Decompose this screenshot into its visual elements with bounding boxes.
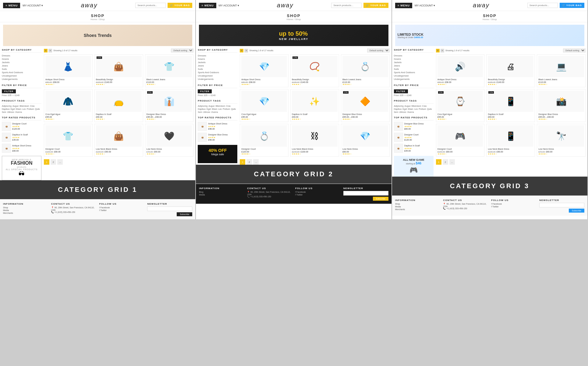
tag[interactable]: Eget <box>207 108 211 110</box>
footer-social-link[interactable]: f Twitter <box>295 194 340 196</box>
sidebar-category[interactable]: Suits <box>198 67 237 71</box>
tag[interactable]: Ultrices <box>7 111 14 113</box>
tag[interactable]: Dapibus <box>2 108 10 110</box>
page-btn[interactable]: ... <box>449 159 455 165</box>
filter-button[interactable]: FILTER <box>198 89 212 93</box>
sidebar-category[interactable]: Suits <box>2 67 41 71</box>
tag[interactable]: Cras <box>30 105 35 107</box>
search-input[interactable] <box>331 3 362 8</box>
account-menu[interactable]: MY ACCOUNT ▾ <box>415 4 435 7</box>
footer-social-link[interactable]: f Twitter <box>99 209 144 211</box>
footer-info-link[interactable]: Shop <box>395 203 440 205</box>
bag-button[interactable]: 🛒 YOUR BAG <box>168 3 192 8</box>
sidebar-category[interactable]: Uncategorised <box>394 74 434 77</box>
tag[interactable]: Adipiscing <box>198 105 207 107</box>
subscribe-button[interactable]: Subscribe <box>569 209 584 213</box>
sidebar-category[interactable]: Jeans <box>198 64 237 67</box>
filter-button[interactable]: FILTER <box>394 89 408 93</box>
sort-select[interactable]: Default sorting <box>563 48 586 52</box>
footer-info-link[interactable]: Media <box>199 194 244 196</box>
list-view-button[interactable]: ≡ <box>48 49 52 52</box>
tag[interactable]: Bibendum <box>216 105 225 107</box>
tag[interactable]: Bibendum <box>412 105 421 107</box>
sidebar-category[interactable]: Sports And Outdoors <box>394 71 434 74</box>
sidebar-category[interactable]: Jeans <box>2 64 41 67</box>
sidebar-category[interactable]: Gowns <box>198 57 237 61</box>
site-logo[interactable]: away <box>435 2 527 9</box>
tag[interactable]: Augue <box>12 105 19 107</box>
tag[interactable]: Sem <box>198 111 202 113</box>
tag[interactable]: Etiam <box>16 108 21 110</box>
page-btn[interactable]: 1 <box>436 159 441 165</box>
bag-button[interactable]: 🛒 YOUR BAG <box>363 3 388 8</box>
footer-social-link[interactable]: f Facebook <box>295 191 340 193</box>
sidebar-category[interactable]: Suits <box>394 67 434 71</box>
tag[interactable]: Eget <box>402 108 407 110</box>
search-input[interactable] <box>135 3 166 8</box>
footer-info-link[interactable]: Merchants <box>3 212 48 214</box>
tag[interactable]: Cras <box>226 105 231 107</box>
newsletter-input[interactable] <box>343 191 388 196</box>
tag[interactable]: Eget <box>11 108 15 110</box>
tag[interactable]: Dapibus <box>394 108 402 110</box>
subscribe-button[interactable]: Subscribe <box>373 197 388 201</box>
footer-info-link[interactable]: Media <box>395 206 440 208</box>
sidebar-category[interactable]: Dresses <box>394 54 434 57</box>
tag[interactable]: Qulis <box>427 108 432 110</box>
sidebar-category[interactable]: Jackets <box>394 61 434 64</box>
sidebar-category[interactable]: Undergarments <box>198 77 237 81</box>
sidebar-category[interactable]: Gowns <box>394 57 434 61</box>
tag[interactable]: Augue <box>405 105 411 107</box>
sidebar-category[interactable]: Uncategorised <box>198 74 237 77</box>
account-menu[interactable]: MY ACCOUNT ▾ <box>23 4 43 7</box>
tag[interactable]: Leo <box>22 108 26 110</box>
menu-button[interactable]: ≡ MENU <box>199 3 216 8</box>
footer-info-link[interactable]: Blog <box>199 191 244 193</box>
account-menu[interactable]: MY ACCOUNT ▾ <box>219 4 239 7</box>
tag[interactable]: Ultrices <box>399 111 406 113</box>
list-view-button[interactable]: ≡ <box>244 49 248 52</box>
site-logo[interactable]: away <box>43 2 135 9</box>
tag[interactable]: Etiam <box>408 108 413 110</box>
filter-button[interactable]: FILTER <box>2 89 16 93</box>
footer-info-link[interactable]: Shop <box>3 206 48 209</box>
tag[interactable]: Leo <box>218 108 222 110</box>
subscribe-button[interactable]: Subscribe <box>177 212 192 216</box>
tag[interactable]: Pretium <box>27 108 34 110</box>
newsletter-input[interactable] <box>147 206 192 211</box>
tag[interactable]: Pretium <box>419 108 426 110</box>
footer-info-link[interactable]: Merchants <box>395 208 440 210</box>
tag[interactable]: Adipiscing <box>2 105 12 107</box>
tag[interactable]: Viverra <box>407 111 414 113</box>
footer-social-link[interactable]: f Facebook <box>99 206 144 209</box>
tag[interactable]: Leo <box>414 108 418 110</box>
sidebar-category[interactable]: Undergarments <box>2 77 41 81</box>
tag[interactable]: Sem <box>394 111 398 113</box>
tag[interactable]: Qulis <box>35 108 40 110</box>
sidebar-category[interactable]: Sports And Outdoors <box>198 71 237 74</box>
page-btn[interactable]: 2 <box>246 159 252 165</box>
sidebar-category[interactable]: Uncategorised <box>2 74 41 77</box>
tag[interactable]: Bibendum <box>19 105 29 107</box>
menu-button[interactable]: ≡ MENU <box>3 3 20 8</box>
site-logo[interactable]: away <box>239 2 331 9</box>
sidebar-category[interactable]: Sports And Outdoors <box>2 71 41 74</box>
sidebar-category[interactable]: Jeans <box>394 64 434 67</box>
sidebar-category[interactable]: Jackets <box>2 61 41 64</box>
page-btn[interactable]: 2 <box>51 159 56 165</box>
footer-info-link[interactable]: Media <box>3 209 48 211</box>
sidebar-category[interactable]: Dresses <box>2 54 41 57</box>
search-input[interactable] <box>527 3 558 8</box>
grid-view-button[interactable]: ⊞ <box>436 49 440 52</box>
tag[interactable]: Augue <box>208 105 214 107</box>
sidebar-category[interactable]: Undergarments <box>394 77 434 81</box>
tag[interactable]: Cras <box>422 105 427 107</box>
tag[interactable]: Dapibus <box>198 108 206 110</box>
tag[interactable]: Qulis <box>231 108 236 110</box>
sidebar-category[interactable]: Jackets <box>198 61 237 64</box>
page-btn[interactable]: ... <box>57 159 63 165</box>
footer-social-link[interactable]: f Facebook <box>491 203 536 205</box>
tag[interactable]: Ultrices <box>203 111 210 113</box>
sort-select[interactable]: Default sorting <box>367 48 390 52</box>
page-btn[interactable]: 1 <box>240 159 245 165</box>
